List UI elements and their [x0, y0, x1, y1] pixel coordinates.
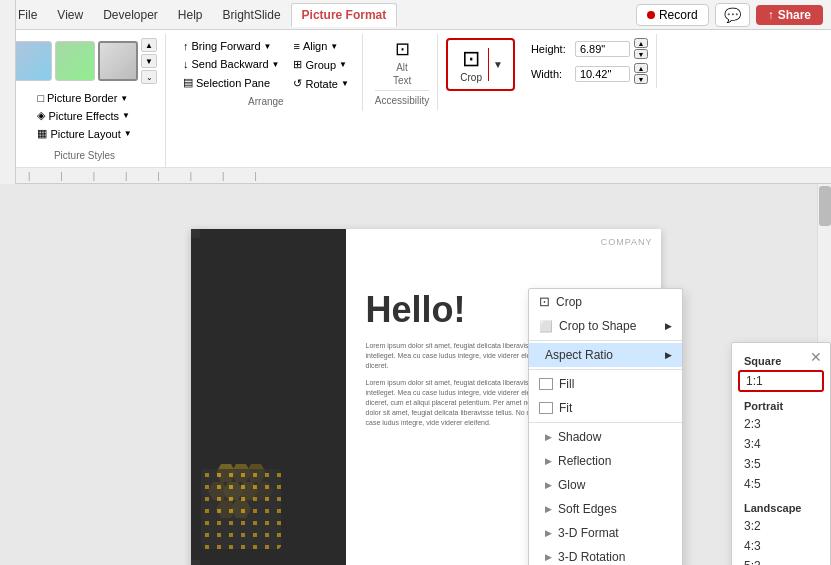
crop-menu-crop-label: Crop [556, 295, 582, 309]
aspect-3-4[interactable]: 3:4 [732, 434, 830, 454]
crop-menu-fit[interactable]: Fit [529, 396, 682, 420]
picture-effects-label: Picture Effects [48, 110, 119, 122]
crop-section[interactable]: ⊡ Crop ▼ [446, 38, 515, 91]
effects-soft-edges[interactable]: ▶ Soft Edges [529, 497, 682, 521]
horizontal-ruler: | | | | | | | | [0, 168, 831, 184]
ribbon: ▲ ▼ ⌄ □ Picture Border ▼ ◈ Picture Effec… [0, 30, 831, 167]
share-button[interactable]: ↑ Share [756, 5, 823, 25]
width-label: Width: [531, 68, 571, 80]
crop-handle-bl[interactable] [191, 560, 200, 565]
comment-button[interactable]: 💬 [715, 3, 750, 27]
shadow-chevron: ▶ [545, 432, 552, 442]
effects-reflection[interactable]: ▶ Reflection [529, 449, 682, 473]
picture-border-arrow: ▼ [120, 94, 128, 103]
align-label: Align [303, 40, 327, 52]
share-icon: ↑ [768, 8, 774, 22]
styles-nav: ▲ ▼ ⌄ [141, 38, 157, 84]
bring-forward-arrow: ▼ [264, 42, 272, 51]
effects-3d-rotation[interactable]: ▶ 3-D Rotation [529, 545, 682, 565]
fill-icon [539, 378, 553, 390]
crop-menu-crop[interactable]: ⊡ Crop [529, 289, 682, 314]
send-backward-btn[interactable]: ↓ Send Backward ▼ [178, 56, 284, 72]
accessibility-label: Accessibility [375, 95, 429, 106]
aspect-3-2[interactable]: 3:2 [732, 516, 830, 536]
selection-pane-label: Selection Pane [196, 77, 270, 89]
rotate-btn[interactable]: ↺ Rotate ▼ [288, 75, 353, 92]
picture-styles-group: ▲ ▼ ⌄ □ Picture Border ▼ ◈ Picture Effec… [4, 34, 166, 167]
picture-border-btn[interactable]: □ Picture Border ▼ [32, 90, 136, 106]
scrollbar-thumb[interactable] [819, 186, 831, 226]
selection-pane-btn[interactable]: ▤ Selection Pane [178, 74, 284, 91]
styles-up-btn[interactable]: ▲ [141, 38, 157, 52]
height-down-btn[interactable]: ▼ [634, 49, 648, 59]
slide-area: COMPANY Hello! Lorem ipsum dolor sit ame… [0, 184, 831, 565]
crop-menu-aspect[interactable]: Aspect Ratio ▶ [529, 343, 682, 367]
style-thumb-1[interactable] [12, 41, 52, 81]
tab-help[interactable]: Help [168, 4, 213, 26]
record-button[interactable]: Record [636, 4, 709, 26]
3d-format-chevron: ▶ [545, 528, 552, 538]
crop-menu-fill[interactable]: Fill [529, 372, 682, 396]
svg-marker-1 [231, 464, 251, 482]
aspect-label: Aspect Ratio [545, 348, 613, 362]
styles-expand-btn[interactable]: ⌄ [141, 70, 157, 84]
svg-marker-4 [223, 482, 243, 500]
arrange-label: Arrange [178, 96, 354, 107]
aspect-4-5[interactable]: 4:5 [732, 474, 830, 494]
aspect-2-3[interactable]: 2:3 [732, 414, 830, 434]
crop-big-icon: ⊡ [462, 46, 480, 72]
width-input[interactable] [575, 66, 630, 82]
3d-rotation-label: 3-D Rotation [558, 550, 625, 564]
height-input[interactable] [575, 41, 630, 57]
effects-glow[interactable]: ▶ Glow [529, 473, 682, 497]
picture-effects-btn[interactable]: ◈ Picture Effects ▼ [32, 107, 136, 124]
aspect-5-3[interactable]: 5:3 [732, 556, 830, 565]
tab-view[interactable]: View [47, 4, 93, 26]
style-thumb-2[interactable] [55, 41, 95, 81]
3d-rotation-chevron: ▶ [545, 552, 552, 562]
tab-picture-format[interactable]: Picture Format [291, 3, 398, 27]
tab-brightslide[interactable]: BrightSlide [213, 4, 291, 26]
svg-marker-3 [208, 482, 228, 500]
fit-label: Fit [559, 401, 572, 415]
company-label: COMPANY [601, 237, 653, 247]
crop-handle-tl[interactable] [191, 229, 200, 238]
glow-chevron: ▶ [545, 480, 552, 490]
picture-effects-arrow: ▼ [122, 111, 130, 120]
tab-bar: File View Developer Help BrightSlide Pic… [0, 0, 831, 30]
height-up-btn[interactable]: ▲ [634, 38, 648, 48]
style-thumb-3[interactable] [98, 41, 138, 81]
effects-3d-format[interactable]: ▶ 3-D Format [529, 521, 682, 545]
aspect-4-3[interactable]: 4:3 [732, 536, 830, 556]
picture-layout-btn[interactable]: ▦ Picture Layout ▼ [32, 125, 136, 142]
bring-forward-icon: ↑ [183, 40, 189, 52]
crop-menu-crop-to-shape[interactable]: ⬜ Crop to Shape ▶ [529, 314, 682, 338]
submenu-close-btn[interactable]: ✕ [810, 349, 822, 365]
fill-label: Fill [559, 377, 574, 391]
group-btn[interactable]: ⊞ Group ▼ [288, 56, 353, 73]
picture-border-icon: □ [37, 92, 44, 104]
svg-marker-7 [216, 500, 236, 518]
tab-developer[interactable]: Developer [93, 4, 168, 26]
bring-forward-btn[interactable]: ↑ Bring Forward ▼ [178, 38, 284, 54]
aspect-arrow: ▶ [665, 350, 672, 360]
picture-styles-label: Picture Styles [54, 146, 115, 163]
effects-shadow[interactable]: ▶ Shadow [529, 425, 682, 449]
align-btn[interactable]: ≡ Align ▼ [288, 38, 353, 54]
crop-dropdown-arrow[interactable]: ▼ [491, 44, 505, 85]
aspect-3-5[interactable]: 3:5 [732, 454, 830, 474]
soft-edges-label: Soft Edges [558, 502, 617, 516]
crop-dropdown-sep1 [529, 340, 682, 341]
rotate-label: Rotate [305, 78, 337, 90]
crop-dropdown-menu: ⊡ Crop ⬜ Crop to Shape ▶ Aspect Ratio ▶ … [528, 288, 683, 565]
width-up-btn[interactable]: ▲ [634, 63, 648, 73]
width-down-btn[interactable]: ▼ [634, 74, 648, 84]
picture-layout-icon: ▦ [37, 127, 47, 140]
portrait-section-label: Portrait [732, 396, 830, 414]
3d-format-label: 3-D Format [558, 526, 619, 540]
styles-down-btn[interactable]: ▼ [141, 54, 157, 68]
size-group: Height: ▲ ▼ Width: ▲ ▼ [523, 34, 657, 88]
group-arrow: ▼ [339, 60, 347, 69]
aspect-1-1[interactable]: 1:1 [738, 370, 824, 392]
svg-marker-2 [246, 464, 266, 482]
